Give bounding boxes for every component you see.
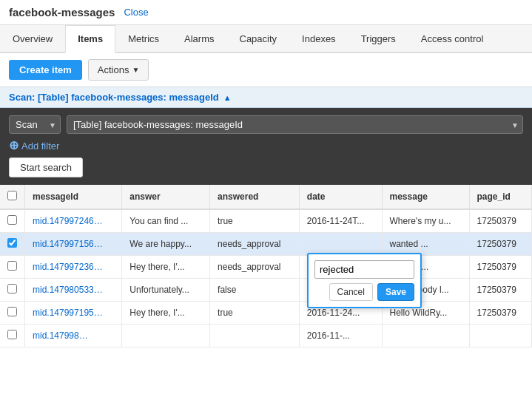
table-row: mid.147997246… You can find ... true 201… xyxy=(0,209,532,233)
header-messageid: messageId xyxy=(25,185,122,209)
row-date xyxy=(299,233,382,256)
row-checkbox-cell xyxy=(0,256,25,279)
row-checkbox[interactable] xyxy=(7,215,17,225)
row-messageid[interactable]: mid.147998… xyxy=(25,325,122,347)
tab-triggers[interactable]: Triggers xyxy=(349,25,408,52)
row-answered: needs_approval xyxy=(210,256,300,279)
row-answer: Hey there, I'... xyxy=(122,302,210,325)
close-link[interactable]: Close xyxy=(124,7,148,18)
row-answered: false xyxy=(210,279,300,302)
row-checkbox-cell xyxy=(0,302,25,325)
app-title: facebook-messages xyxy=(9,6,115,18)
filter-section: Scan Query ▼ [Table] facebook-messages: … xyxy=(0,108,532,185)
popup-buttons: Cancel Save xyxy=(314,283,414,301)
add-filter-button[interactable]: ⊕ Add filter xyxy=(9,140,59,152)
inline-edit-popup: Cancel Save xyxy=(307,253,422,308)
row-answer: Unfortunately... xyxy=(122,279,210,302)
row-checkbox-cell xyxy=(0,325,25,347)
add-filter-row: ⊕ Add filter xyxy=(9,140,523,152)
row-checkbox[interactable] xyxy=(7,261,17,271)
row-message: wanted ... xyxy=(382,233,469,256)
row-messageid[interactable]: mid.147997195… xyxy=(25,302,122,325)
row-date: 2016-11-... xyxy=(299,325,382,347)
row-date: 2016-11-24T... xyxy=(299,209,382,233)
header-page-id: page_id xyxy=(469,185,531,209)
row-messageid[interactable]: mid.147997236… xyxy=(25,256,122,279)
row-page-id: 17250379 xyxy=(469,233,531,256)
row-answer: You can find ... xyxy=(122,209,210,233)
row-answered xyxy=(210,325,300,347)
header-date: date xyxy=(299,185,382,209)
add-filter-label: Add filter xyxy=(21,140,59,152)
row-answered: needs_approval xyxy=(210,233,300,256)
table-row: mid.147998… 2016-11-... xyxy=(0,325,532,347)
actions-chevron-icon: ▼ xyxy=(132,66,139,74)
row-answered: true xyxy=(210,209,300,233)
header-message: message xyxy=(382,185,469,209)
row-answer: We are happy... xyxy=(122,233,210,256)
table-row: mid.147997195… Hey there, I'... true 201… xyxy=(0,302,532,325)
table-row: mid.147997156… We are happy... needs_app… xyxy=(0,233,532,256)
scan-select[interactable]: Scan Query xyxy=(9,115,61,134)
row-checkbox-cell xyxy=(0,279,25,302)
row-checkbox-cell xyxy=(0,233,25,256)
row-checkbox-cell xyxy=(0,209,25,233)
tab-alarms[interactable]: Alarms xyxy=(172,25,226,52)
toolbar: Create item Actions ▼ xyxy=(0,53,532,87)
row-messageid[interactable]: mid.147997246… xyxy=(25,209,122,233)
start-search-button[interactable]: Start search xyxy=(9,157,83,177)
index-select-wrapper: [Table] facebook-messages: messageId ▼ xyxy=(67,115,523,134)
filter-row: Scan Query ▼ [Table] facebook-messages: … xyxy=(9,115,523,134)
row-message: Where's my u... xyxy=(382,209,469,233)
scan-select-wrapper: Scan Query ▼ xyxy=(9,115,61,134)
row-checkbox[interactable] xyxy=(7,238,17,248)
tab-items[interactable]: Items xyxy=(65,25,115,53)
header: facebook-messages Close xyxy=(0,0,532,25)
table-header: messageId answer answered date message p… xyxy=(0,185,532,209)
table-row: mid.147980533… Unfortunately... false 20… xyxy=(0,279,532,302)
scan-bar-text: Scan: [Table] facebook-messages: message… xyxy=(9,92,219,103)
header-checkbox-col xyxy=(0,185,25,209)
table-container: messageId answer answered date message p… xyxy=(0,185,532,347)
row-messageid[interactable]: mid.147997156… xyxy=(25,233,122,256)
row-page-id: 17250379 xyxy=(469,279,531,302)
popup-cancel-button[interactable]: Cancel xyxy=(329,283,373,301)
row-page-id: 17250379 xyxy=(469,209,531,233)
row-page-id: 17250379 xyxy=(469,256,531,279)
add-filter-plus-icon: ⊕ xyxy=(9,140,18,152)
row-answer: Hey there, I'... xyxy=(122,256,210,279)
table-row: mid.147997236… Hey there, I'... needs_ap… xyxy=(0,256,532,279)
actions-button[interactable]: Actions ▼ xyxy=(88,59,149,81)
tab-capacity[interactable]: Capacity xyxy=(227,25,290,52)
row-checkbox[interactable] xyxy=(7,330,17,339)
scan-bar-collapse-icon: ▲ xyxy=(223,93,232,102)
data-table: messageId answer answered date message p… xyxy=(0,185,532,347)
select-all-checkbox[interactable] xyxy=(7,191,17,200)
popup-input[interactable] xyxy=(314,260,414,279)
tab-access-control[interactable]: Access control xyxy=(408,25,496,52)
tab-metrics[interactable]: Metrics xyxy=(115,25,172,52)
header-answer: answer xyxy=(122,185,210,209)
header-answered: answered xyxy=(210,185,300,209)
row-answered: true xyxy=(210,302,300,325)
tab-indexes[interactable]: Indexes xyxy=(289,25,349,52)
tab-bar: Overview Items Metrics Alarms Capacity I… xyxy=(0,25,532,53)
row-page-id: 17250379 xyxy=(469,302,531,325)
row-checkbox[interactable] xyxy=(7,284,17,293)
search-row: Start search xyxy=(9,157,523,177)
row-checkbox[interactable] xyxy=(7,307,17,316)
row-page-id xyxy=(469,325,531,347)
tab-overview[interactable]: Overview xyxy=(0,25,65,52)
table-body: mid.147997246… You can find ... true 201… xyxy=(0,209,532,347)
popup-save-button[interactable]: Save xyxy=(377,283,414,301)
create-item-button[interactable]: Create item xyxy=(9,60,82,80)
actions-label: Actions xyxy=(98,64,129,75)
row-answer xyxy=(122,325,210,347)
row-messageid[interactable]: mid.147980533… xyxy=(25,279,122,302)
row-message xyxy=(382,325,469,347)
scan-bar[interactable]: Scan: [Table] facebook-messages: message… xyxy=(0,87,532,108)
index-select[interactable]: [Table] facebook-messages: messageId xyxy=(67,115,523,134)
